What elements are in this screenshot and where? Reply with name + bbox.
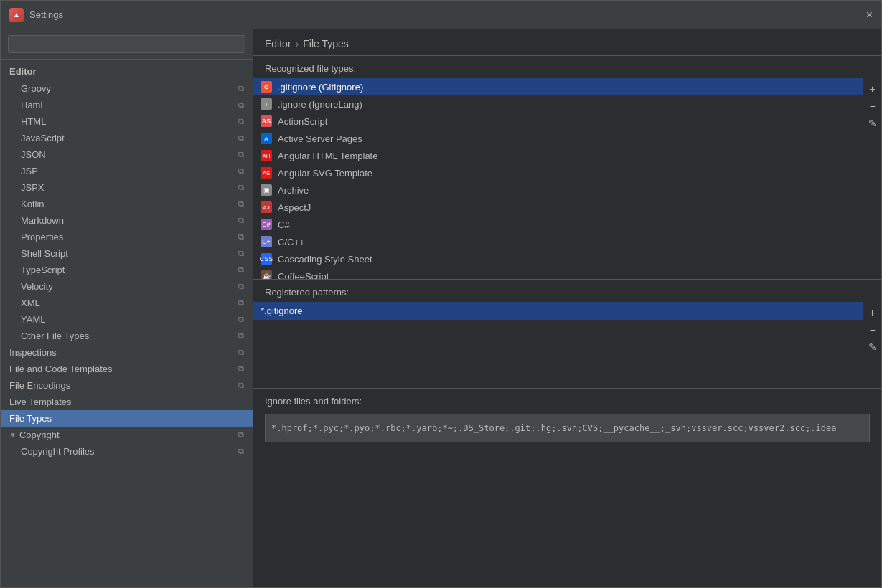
registered-label: Registered patterns: — [253, 280, 881, 302]
file-type-label: Cascading Style Sheet — [278, 254, 372, 265]
list-item[interactable]: AH Angular HTML Template — [253, 147, 863, 164]
sidebar-item-file-types[interactable]: File Types — [1, 410, 253, 427]
sidebar-item-jsp[interactable]: JSP ⧉ — [1, 163, 253, 179]
copy-icon: ⧉ — [238, 232, 244, 242]
file-type-icon: AJ — [261, 201, 272, 213]
app-icon: ▲ — [9, 8, 24, 22]
copy-icon: ⧉ — [238, 249, 244, 258]
list-item[interactable]: C+ C/C++ — [253, 233, 863, 250]
sidebar-item-xml[interactable]: XML ⧉ — [1, 295, 253, 311]
copy-icon: ⧉ — [238, 364, 244, 374]
search-box — [1, 29, 253, 60]
file-type-icon: ▣ — [261, 184, 272, 196]
breadcrumb-current: File Types — [303, 38, 349, 49]
remove-pattern-button[interactable]: − — [865, 322, 881, 338]
list-item[interactable]: C# C# — [253, 216, 863, 233]
list-item[interactable]: ☕ CoffeeScript — [253, 267, 863, 279]
sidebar-item-properties[interactable]: Properties ⧉ — [1, 229, 253, 245]
main-content: Editor Groovy ⧉ Haml ⧉ HTML ⧉ JavaScript… — [1, 29, 881, 587]
titlebar: ▲ Settings × — [1, 1, 881, 29]
close-button[interactable]: × — [866, 9, 873, 22]
copy-icon: ⧉ — [238, 150, 244, 159]
edit-pattern-button[interactable]: ✎ — [865, 339, 881, 355]
list-item[interactable]: CSS Cascading Style Sheet — [253, 250, 863, 267]
sidebar-item-other-file-types[interactable]: Other File Types ⧉ — [1, 328, 253, 344]
sidebar-item-javascript[interactable]: JavaScript ⧉ — [1, 130, 253, 146]
file-type-label: CoffeeScript — [278, 271, 329, 280]
sidebar-item-yaml[interactable]: YAML ⧉ — [1, 311, 253, 328]
file-type-label: C/C++ — [278, 237, 305, 247]
sidebar-item-shell-script[interactable]: Shell Script ⧉ — [1, 245, 253, 262]
copy-icon: ⧉ — [238, 348, 244, 357]
sidebar-item-groovy[interactable]: Groovy ⧉ — [1, 80, 253, 97]
file-type-label: .ignore (IgnoreLang) — [278, 99, 362, 110]
sidebar-item-jspx[interactable]: JSPX ⧉ — [1, 179, 253, 196]
file-types-buttons: + − ✎ — [863, 78, 881, 279]
remove-file-type-button[interactable]: − — [865, 98, 881, 114]
copy-icon: ⧉ — [238, 183, 244, 192]
breadcrumb-separator: › — [296, 38, 299, 49]
patterns-buttons: + − ✎ — [863, 302, 881, 388]
sidebar-item-kotlin[interactable]: Kotlin ⧉ — [1, 196, 253, 212]
file-type-label: Angular SVG Template — [278, 168, 372, 179]
list-item[interactable]: *.gitignore — [253, 302, 863, 320]
add-file-type-button[interactable]: + — [865, 81, 881, 97]
file-type-icon: C# — [261, 219, 272, 230]
sidebar-item-markdown[interactable]: Markdown ⧉ — [1, 212, 253, 229]
list-item[interactable]: ▣ Archive — [253, 181, 863, 199]
file-type-label: AspectJ — [278, 202, 311, 213]
file-types-container: G .gitignore (GitIgnore) I .ignore (Igno… — [253, 78, 881, 279]
sidebar-item-velocity[interactable]: Velocity ⧉ — [1, 278, 253, 295]
copy-icon: ⧉ — [238, 133, 244, 143]
ignore-field[interactable] — [265, 414, 870, 442]
patterns-list[interactable]: *.gitignore — [253, 302, 863, 388]
copy-icon: ⧉ — [238, 265, 244, 275]
file-type-label: C# — [278, 219, 290, 230]
panel-body: Recognized file types: G .gitignore (Git… — [253, 56, 881, 587]
copy-icon: ⧉ — [238, 331, 244, 341]
file-type-icon: AS — [261, 167, 272, 179]
copy-icon: ⧉ — [238, 100, 244, 110]
file-type-icon: AH — [261, 150, 272, 161]
copy-icon: ⧉ — [238, 282, 244, 291]
settings-window: ▲ Settings × Editor Groovy ⧉ Haml ⧉ — [0, 0, 882, 588]
sidebar-item-html[interactable]: HTML ⧉ — [1, 113, 253, 130]
search-input[interactable] — [8, 35, 245, 53]
sidebar-item-file-encodings[interactable]: File Encodings ⧉ — [1, 377, 253, 394]
copy-icon: ⧉ — [238, 298, 244, 308]
file-type-icon: G — [261, 81, 272, 93]
list-item[interactable]: AS ActionScript — [253, 113, 863, 130]
ignore-section: Ignore files and folders: — [253, 388, 881, 448]
sidebar-item-json[interactable]: JSON ⧉ — [1, 146, 253, 163]
copy-icon: ⧉ — [238, 381, 244, 390]
breadcrumb-parent: Editor — [265, 38, 291, 49]
titlebar-left: ▲ Settings — [9, 8, 63, 22]
file-type-label: Angular HTML Template — [278, 151, 377, 161]
sidebar-item-copyright[interactable]: ▼ Copyright ⧉ — [1, 427, 253, 443]
ignore-label: Ignore files and folders: — [265, 396, 870, 409]
sidebar-item-live-templates[interactable]: Live Templates — [1, 394, 253, 410]
edit-file-type-button[interactable]: ✎ — [865, 115, 881, 131]
list-item[interactable]: I .ignore (IgnoreLang) — [253, 95, 863, 113]
list-item[interactable]: AJ AspectJ — [253, 199, 863, 216]
expand-arrow: ▼ — [9, 431, 17, 439]
copy-icon: ⧉ — [238, 199, 244, 209]
copy-icon: ⧉ — [238, 315, 244, 324]
file-type-icon: C+ — [261, 236, 272, 247]
list-item[interactable]: G .gitignore (GitIgnore) — [253, 78, 863, 95]
copy-icon: ⧉ — [238, 166, 244, 176]
copy-icon: ⧉ — [238, 430, 244, 440]
list-item[interactable]: A Active Server Pages — [253, 130, 863, 147]
file-type-label: Archive — [278, 185, 309, 196]
file-type-icon: CSS — [261, 253, 272, 265]
list-item[interactable]: AS Angular SVG Template — [253, 164, 863, 181]
add-pattern-button[interactable]: + — [865, 305, 881, 321]
file-type-label: Active Server Pages — [278, 133, 362, 144]
sidebar-item-file-code-templates[interactable]: File and Code Templates ⧉ — [1, 361, 253, 377]
sidebar-item-copyright-profiles[interactable]: Copyright Profiles ⧉ — [1, 443, 253, 460]
file-type-list[interactable]: G .gitignore (GitIgnore) I .ignore (Igno… — [253, 78, 863, 279]
panel-header: Editor › File Types — [253, 29, 881, 56]
sidebar-item-inspections[interactable]: Inspections ⧉ — [1, 344, 253, 361]
sidebar-item-typescript[interactable]: TypeScript ⧉ — [1, 262, 253, 278]
sidebar-item-haml[interactable]: Haml ⧉ — [1, 97, 253, 113]
